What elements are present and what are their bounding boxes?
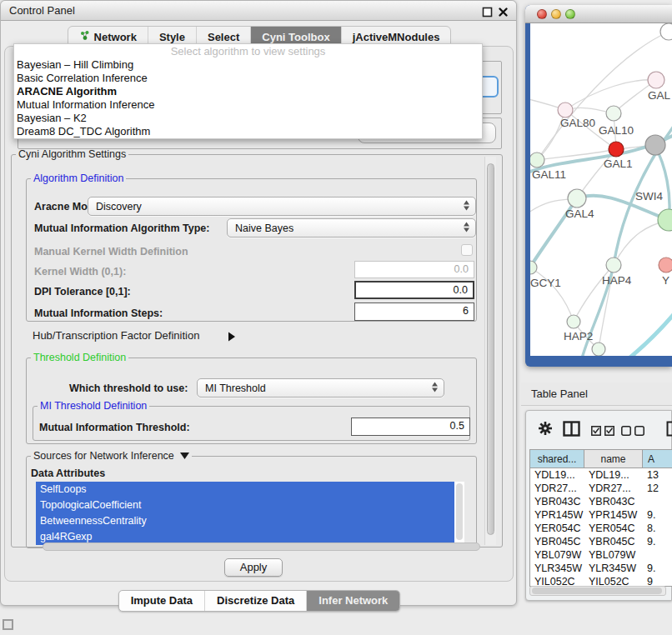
mi-algorithm-type-combobox[interactable]: Naive Bayes (227, 218, 476, 238)
node-gal[interactable] (648, 72, 664, 88)
table-row[interactable]: YIL052CYIL052C9 (530, 575, 672, 586)
node-gal80[interactable] (558, 102, 573, 118)
threshold-definition-title: Threshold Definition (31, 352, 128, 363)
float-window-icon[interactable] (482, 6, 493, 17)
manual-kernel-width-checkbox[interactable] (461, 244, 473, 256)
table-toolbar (526, 419, 671, 439)
mac-zoom-button[interactable] (565, 9, 575, 19)
table-row[interactable]: YER054CYER054C8. (530, 522, 672, 535)
which-threshold-combobox[interactable]: MI Threshold (197, 378, 444, 398)
combobox-stepper-icon (431, 381, 439, 395)
document-icon[interactable] (666, 421, 672, 440)
table-row[interactable]: YBL079WYBL079W (530, 548, 672, 562)
minimized-panel-icon[interactable] (3, 619, 13, 630)
algorithm-option[interactable]: Bayesian – Hill Climbing (14, 58, 482, 72)
table-row[interactable]: YDR27...YDR27...12 (530, 482, 672, 495)
network-graph: GAL GAL80 GAL10 GAL1 GAL11 GAL4 SWI4 HAP… (530, 23, 672, 356)
apply-button[interactable]: Apply (224, 558, 283, 577)
svg-text:GAL80: GAL80 (560, 117, 595, 129)
scrollbar-thumb[interactable] (532, 588, 662, 594)
settings-horizontal-scrollbar[interactable] (43, 542, 480, 551)
columns-icon[interactable] (563, 421, 580, 440)
mi-algorithm-type-label: Mutual Information Algorithm Type: (34, 222, 209, 234)
network-edges-strong (530, 122, 672, 356)
attribute-item-selected[interactable]: TopologicalCoefficient (36, 498, 454, 513)
column-header-shared-name[interactable]: shared... (530, 450, 584, 468)
network-view-window: GAL GAL80 GAL10 GAL1 GAL11 GAL4 SWI4 HAP… (525, 5, 672, 367)
table-horizontal-scrollbar[interactable] (529, 586, 666, 596)
node-salmon[interactable] (659, 258, 672, 272)
scrollbar-thumb[interactable] (487, 163, 494, 535)
algorithm-option[interactable]: Mutual Information Inference (14, 98, 482, 112)
table-row[interactable]: YBR045CYBR045C9. (530, 535, 672, 548)
settings-group-title: Cyni Algorithm Settings (16, 148, 128, 160)
dpi-tolerance-field[interactable]: 0.0 (354, 281, 474, 299)
node-gcy1[interactable] (530, 261, 537, 274)
algorithm-option[interactable]: Bayesian – K2 (14, 112, 482, 125)
mi-threshold-definition-title: MI Threshold Definition (38, 400, 149, 412)
svg-text:GAL11: GAL11 (532, 168, 566, 181)
collapse-triangle-icon[interactable] (180, 450, 189, 462)
node-gal11[interactable] (530, 152, 544, 168)
svg-text:HAP2: HAP2 (564, 330, 593, 342)
hub-expander-icon[interactable] (228, 330, 235, 345)
mi-steps-field[interactable]: 6 (354, 302, 474, 321)
mac-minimize-button[interactable] (551, 9, 561, 19)
node-swi4[interactable] (658, 209, 672, 231)
algorithm-definition-title: Algorithm Definition (31, 172, 126, 184)
attribute-item-selected[interactable]: SelfLoops (36, 482, 454, 498)
network-canvas[interactable]: GAL GAL80 GAL10 GAL1 GAL11 GAL4 SWI4 HAP… (530, 23, 672, 356)
node-gal10[interactable] (606, 106, 621, 121)
node-hap4[interactable] (606, 258, 621, 272)
tab-infer-network[interactable]: Infer Network (306, 591, 399, 611)
table-header: shared... name A (530, 450, 672, 468)
column-header-partial[interactable]: A (643, 450, 672, 468)
node-hap2[interactable] (567, 315, 580, 328)
node-table: shared... name A YDL19...YDL19...13 YDR2… (529, 449, 672, 587)
algorithm-option[interactable]: Basic Correlation Inference (14, 72, 482, 85)
svg-text:SWI4: SWI4 (635, 190, 663, 202)
node-gal1[interactable] (609, 142, 624, 157)
svg-text:GAL4: GAL4 (565, 208, 594, 220)
control-panel-titlebar: Control Panel (1, 1, 516, 21)
list-scrollbar-thumb[interactable] (456, 483, 463, 540)
network-window-titlebar (525, 5, 672, 23)
close-icon[interactable] (498, 6, 509, 17)
node-gray[interactable] (645, 135, 665, 155)
node-gal4[interactable] (568, 189, 586, 208)
mutual-information-threshold-label: Mutual Information Threshold: (39, 422, 190, 433)
gear-icon[interactable] (538, 421, 553, 439)
unchecked-pair-icon[interactable] (621, 424, 644, 439)
dpi-tolerance-label: DPI Tolerance [0,1]: (34, 286, 131, 298)
kernel-width-field[interactable]: 0.0 (354, 261, 474, 278)
mac-close-button[interactable] (537, 9, 547, 19)
node[interactable] (660, 23, 672, 40)
table-row[interactable]: YPR145WYPR145W9. (530, 508, 672, 522)
node[interactable] (592, 342, 605, 356)
aracne-mode-combobox[interactable]: Discovery (88, 197, 476, 216)
svg-text:GAL: GAL (648, 89, 671, 102)
attribute-item-selected[interactable]: BetweennessCentrality (36, 513, 454, 529)
table-panel-strip: Table Panel (521, 382, 672, 406)
cyni-bottom-tabbar: Impute Data Discretize Data Infer Networ… (1, 590, 518, 612)
algorithm-option[interactable]: Dream8 DC_TDC Algorithm (14, 125, 482, 138)
table-panel-title: Table Panel (531, 388, 588, 400)
data-attributes-label: Data Attributes (31, 468, 105, 479)
data-attributes-list[interactable]: SelfLoops TopologicalCoefficient Between… (36, 482, 464, 545)
algorithm-option-selected[interactable]: ARACNE Algorithm (14, 85, 482, 98)
table-row[interactable]: YLR345WYLR345W9. (530, 562, 672, 575)
tab-discretize-data[interactable]: Discretize Data (204, 591, 306, 611)
mutual-information-threshold-field[interactable]: 0.5 (351, 418, 470, 436)
checked-pair-icon[interactable] (591, 424, 614, 439)
table-panel-window: shared... name A YDL19...YDL19...13 YDR2… (525, 410, 672, 601)
column-header-name[interactable]: name (584, 450, 643, 468)
table-row[interactable]: YBR043CYBR043C (530, 495, 672, 508)
mi-steps-label: Mutual Information Steps: (34, 308, 163, 319)
sources-group-title: Sources for Network Inference (31, 450, 192, 462)
tab-impute-data[interactable]: Impute Data (119, 591, 204, 611)
settings-vertical-scrollbar[interactable] (484, 157, 496, 545)
svg-text:HAP4: HAP4 (602, 274, 632, 287)
control-panel-window: Control Panel Network Style Select Cyni … (0, 0, 517, 606)
combobox-stepper-icon (463, 221, 470, 235)
table-row[interactable]: YDL19...YDL19...13 (530, 468, 672, 482)
